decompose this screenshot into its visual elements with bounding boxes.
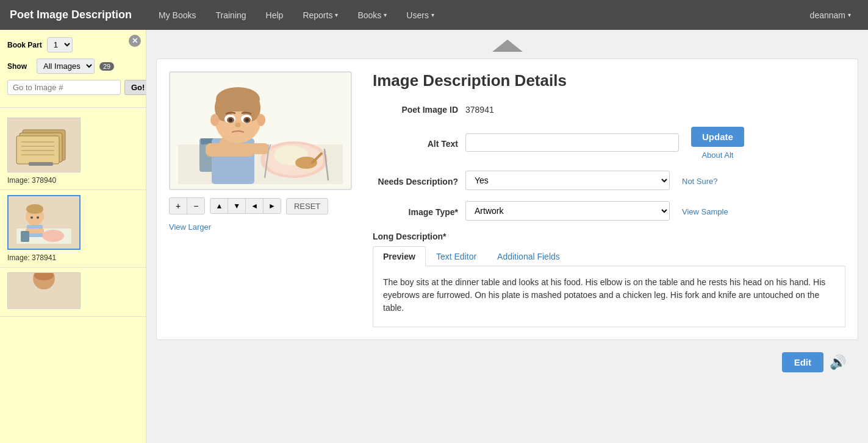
book-part-label: Book Part	[7, 41, 42, 49]
go-button[interactable]: Go!	[124, 80, 146, 95]
update-button[interactable]: Update	[691, 127, 744, 147]
main-card: + − ▲ ▼ ◄ ► RESET View Larger Image Desc…	[156, 58, 858, 340]
main-image-display	[169, 71, 352, 190]
main-layout: ✕ Book Part 1 Show All Images 29 Go!	[0, 30, 868, 443]
users-caret: ▾	[431, 12, 434, 18]
details-title: Image Description Details	[373, 71, 845, 90]
view-sample-col: View Sample	[682, 207, 728, 216]
go-to-image-row: Go!	[7, 80, 138, 95]
third-illustration	[13, 272, 74, 309]
needs-desc-select[interactable]: Yes No	[465, 171, 670, 190]
needs-desc-label: Needs Description?	[373, 174, 458, 186]
book-part-select[interactable]: 1	[47, 37, 73, 52]
pan-up-button[interactable]: ▲	[210, 199, 228, 213]
nav-training[interactable]: Training	[209, 7, 254, 24]
svg-point-50	[223, 129, 231, 136]
svg-point-48	[210, 114, 219, 126]
svg-rect-35	[250, 143, 268, 154]
nav-reports[interactable]: Reports ▾	[295, 7, 345, 24]
tab-content-preview: The boy sits at the dinner table and loo…	[373, 266, 845, 327]
zoom-in-button[interactable]: +	[170, 198, 187, 214]
nav-my-books[interactable]: My Books	[151, 7, 203, 24]
needs-desc-row: Needs Description? Yes No Not Sure?	[373, 171, 845, 190]
image-label-378941: Image: 378941	[7, 253, 56, 262]
image-thumb-third	[7, 272, 81, 309]
main-boy-illustration	[178, 77, 343, 184]
not-sure-link[interactable]: Not Sure?	[682, 177, 718, 186]
book-part-row: Book Part 1	[7, 37, 138, 52]
bottom-bar: Edit 🔊	[156, 345, 858, 380]
nav-books[interactable]: Books ▾	[350, 7, 394, 24]
image-panel: + − ▲ ▼ ◄ ► RESET View Larger	[169, 71, 358, 327]
update-action-col: Update About Alt	[691, 127, 744, 160]
tab-text-editor[interactable]: Text Editor	[426, 246, 487, 266]
books-caret: ▾	[384, 12, 387, 18]
image-id-row: Poet Image ID 378941	[373, 102, 845, 115]
list-item[interactable]	[0, 268, 146, 317]
show-label: Show	[7, 62, 32, 71]
svg-rect-7	[29, 162, 53, 166]
close-button[interactable]: ✕	[129, 35, 141, 47]
view-larger-link[interactable]: View Larger	[169, 222, 211, 232]
image-controls: + − ▲ ▼ ◄ ► RESET	[169, 197, 358, 214]
svg-rect-16	[21, 231, 29, 242]
show-select[interactable]: All Images	[37, 58, 95, 74]
list-item[interactable]: Image: 378940	[0, 113, 146, 190]
image-label-378940: Image: 378940	[7, 176, 56, 185]
book-illustration	[10, 121, 77, 169]
scroll-up-arrow[interactable]	[156, 40, 858, 54]
tabs-bar: Preview Text Editor Additional Fields	[373, 246, 845, 266]
user-caret: ▾	[848, 12, 851, 18]
reset-button[interactable]: RESET	[286, 198, 328, 214]
pan-right-button[interactable]: ►	[264, 199, 281, 213]
image-count-badge: 29	[99, 62, 114, 71]
image-type-label: Image Type*	[373, 205, 458, 217]
alt-text-input[interactable]	[465, 133, 679, 152]
nav-user[interactable]: deannam ▾	[803, 7, 858, 24]
image-type-select[interactable]: Artwork Photograph Decorative Chart/Grap…	[465, 201, 670, 221]
svg-point-14	[30, 216, 33, 219]
svg-point-49	[257, 114, 265, 126]
content-area: + − ▲ ▼ ◄ ► RESET View Larger Image Desc…	[146, 30, 868, 443]
svg-point-9	[42, 230, 64, 242]
nav-buttons: ▲ ▼ ◄ ►	[210, 198, 281, 214]
sidebar: ✕ Book Part 1 Show All Images 29 Go!	[0, 30, 146, 443]
long-desc-section: Long Description* Preview Text Editor Ad…	[373, 232, 845, 327]
view-sample-link[interactable]: View Sample	[682, 207, 728, 216]
long-desc-label: Long Description*	[373, 232, 845, 241]
nav-users[interactable]: Users ▾	[399, 7, 442, 24]
sound-icon[interactable]: 🔊	[830, 355, 846, 370]
about-alt-link[interactable]: About Alt	[691, 151, 744, 160]
boy-small-illustration	[13, 198, 74, 247]
nav-help[interactable]: Help	[259, 7, 291, 24]
list-item[interactable]: Image: 378941	[0, 190, 146, 268]
brand-title: Poet Image Description	[10, 9, 132, 21]
image-thumb-378940	[7, 118, 81, 172]
sidebar-controls: ✕ Book Part 1 Show All Images 29 Go!	[0, 30, 146, 102]
svg-point-45	[229, 118, 232, 122]
navbar: Poet Image Description My Books Training…	[0, 0, 868, 30]
alt-text-label: Alt Text	[373, 136, 458, 149]
show-row: Show All Images 29	[7, 58, 138, 74]
edit-button[interactable]: Edit	[782, 352, 823, 372]
image-thumb-378941	[7, 195, 81, 250]
tab-preview[interactable]: Preview	[373, 246, 426, 266]
go-to-image-input[interactable]	[7, 80, 121, 95]
svg-rect-2	[16, 136, 59, 164]
image-id-label: Poet Image ID	[373, 102, 458, 115]
pan-left-button[interactable]: ◄	[246, 199, 264, 213]
svg-point-15	[37, 216, 39, 219]
not-sure-col: Not Sure?	[682, 177, 718, 186]
tab-additional-fields[interactable]: Additional Fields	[487, 246, 570, 266]
reports-caret: ▾	[335, 12, 338, 18]
pan-down-button[interactable]: ▼	[228, 199, 246, 213]
zoom-buttons: + −	[169, 197, 205, 214]
image-id-value: 378941	[465, 102, 494, 115]
details-panel: Image Description Details Poet Image ID …	[373, 71, 845, 327]
image-type-row: Image Type* Artwork Photograph Decorativ…	[373, 201, 845, 221]
svg-point-47	[235, 122, 241, 127]
zoom-out-button[interactable]: −	[187, 198, 204, 214]
svg-point-11	[26, 204, 43, 214]
alt-text-row: Alt Text Update About Alt	[373, 126, 845, 160]
svg-point-46	[245, 118, 249, 122]
